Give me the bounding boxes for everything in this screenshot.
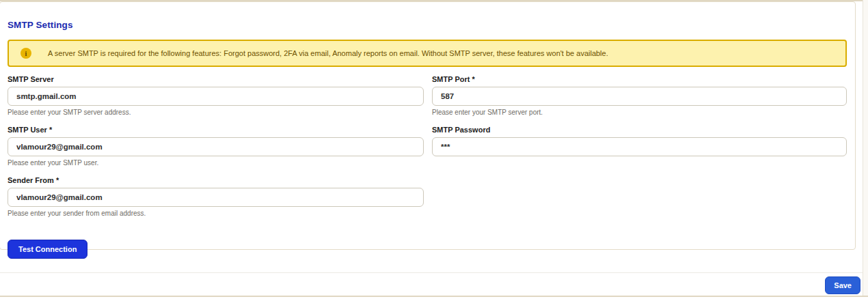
smtp-user-field-group: SMTP User * Please enter your SMTP user.: [8, 126, 424, 167]
smtp-password-input[interactable]: [432, 137, 847, 156]
smtp-form: SMTP Server Please enter your SMTP serve…: [8, 75, 848, 227]
scrollbar-gutter[interactable]: [863, 0, 868, 296]
smtp-user-input[interactable]: [8, 137, 424, 156]
smtp-port-helper: Please enter your SMTP server port.: [432, 109, 847, 116]
footer-bar: Save: [0, 272, 868, 296]
save-button[interactable]: Save: [825, 276, 860, 294]
smtp-settings-card: SMTP Settings i A server SMTP is require…: [0, 1, 856, 250]
smtp-user-label: SMTP User *: [8, 126, 424, 134]
smtp-port-input[interactable]: [432, 87, 847, 106]
sender-from-input[interactable]: [8, 188, 424, 207]
smtp-server-helper: Please enter your SMTP server address.: [8, 109, 424, 116]
bottom-edge-divider: [0, 296, 868, 297]
sender-from-label: Sender From *: [8, 176, 424, 184]
warning-text: A server SMTP is required for the follow…: [48, 49, 608, 57]
smtp-password-field-group: SMTP Password: [432, 126, 847, 167]
smtp-password-helper: [432, 159, 847, 166]
smtp-server-field-group: SMTP Server Please enter your SMTP serve…: [8, 75, 424, 116]
smtp-port-label: SMTP Port *: [432, 75, 847, 83]
smtp-user-helper: Please enter your SMTP user.: [8, 159, 424, 167]
page-title: SMTP Settings: [8, 20, 848, 30]
smtp-server-label: SMTP Server: [8, 75, 424, 83]
test-connection-button[interactable]: Test Connection: [8, 240, 87, 259]
sender-from-helper: Please enter your sender from email addr…: [8, 210, 424, 217]
smtp-port-field-group: SMTP Port * Please enter your SMTP serve…: [432, 75, 847, 116]
sender-from-field-group: Sender From * Please enter your sender f…: [8, 176, 424, 217]
smtp-warning-banner: i A server SMTP is required for the foll…: [8, 40, 847, 67]
smtp-password-label: SMTP Password: [432, 126, 847, 134]
smtp-server-input[interactable]: [8, 87, 424, 106]
info-icon: i: [21, 48, 31, 59]
empty-grid-cell: [432, 176, 847, 227]
